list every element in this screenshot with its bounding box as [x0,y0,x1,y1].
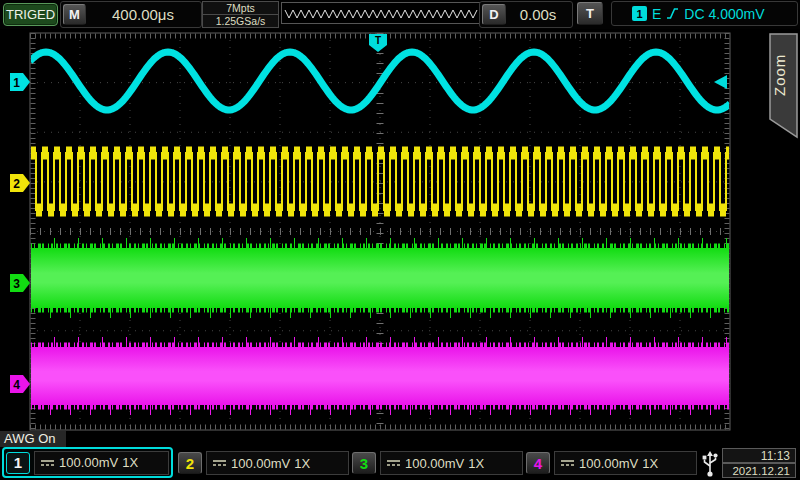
channel-4-settings[interactable]: 100.00mV1X [554,451,697,475]
channel-1-settings[interactable]: 100.00mV1X [34,451,169,475]
memory-depth: 7Mpts [202,1,279,15]
zoom-tab[interactable]: Zoom [771,42,797,108]
trigger-info[interactable]: 1 E DC 4.000mV [611,1,798,26]
dc-coupling-icon [560,458,575,468]
channel-3-marker-label: 3 [13,277,20,291]
delay-group: D 0.00s [479,1,573,28]
acquisition-info: 7Mpts 1.25GSa/s [202,1,279,28]
channel-3-badge[interactable]: 3 [352,452,376,474]
top-status-bar: TRIGED M 400.00μs 7Mpts 1.25GSa/s D 0.00… [0,0,800,29]
channel-3-probe: 1X [468,456,484,471]
dc-coupling-icon [212,458,227,468]
dc-coupling-icon [386,458,401,468]
channel-1-marker-label: 1 [13,76,20,90]
zigzag-waveform-icon [282,3,481,23]
dc-coupling-icon [40,458,55,468]
trigger-menu-button[interactable]: T [577,2,603,25]
trigger-status: TRIGED [3,3,58,26]
timebase-value: 400.00μs [87,2,199,27]
timebase-group: M 400.00μs [60,1,202,28]
channel-1-badge[interactable]: 1 [6,452,30,474]
sample-rate: 1.25GSa/s [202,14,279,28]
waveform-display: 1234T [0,0,800,480]
channel-3-settings[interactable]: 100.00mV1X [380,451,523,475]
rising-edge-icon [666,7,679,20]
timebase-button[interactable]: M [63,4,86,25]
waveform-preview-bar[interactable] [281,2,482,24]
channel-1-scale: 100.00mV [59,455,118,470]
channel-3-scale: 100.00mV [405,456,464,471]
trigger-position-marker-label: T [375,35,381,46]
awg-status: AWG On [0,431,66,447]
clock-date: 2021.12.21 [722,463,796,478]
channel-2-status[interactable]: 2100.00mV1X [178,449,349,477]
channel-2-scale: 100.00mV [231,456,290,471]
channel-4-badge[interactable]: 4 [526,452,550,474]
channel-2-probe: 1X [294,456,310,471]
trigger-source-badge: 1 [632,6,647,21]
channel-4-marker-label: 4 [13,378,20,392]
channel-1-probe: 1X [122,455,138,470]
trigger-level-arrow-icon[interactable] [714,75,727,89]
channel-3-status[interactable]: 3100.00mV1X [352,449,523,477]
delay-button[interactable]: D [482,4,506,25]
trigger-coupling-level: DC 4.000mV [684,6,764,22]
trigger-type-label: E [652,6,661,22]
oscilloscope-screen: 1234T TRIGED M 400.00μs 7Mpts 1.25GSa/s … [0,0,800,480]
delay-value: 0.00s [508,2,568,27]
channel-2-marker-label: 2 [13,177,20,191]
clock-time: 11:13 [722,448,796,463]
usb-icon [700,450,720,478]
channel-4-probe: 1X [642,456,658,471]
channel-2-settings[interactable]: 100.00mV1X [206,451,349,475]
channel-4-status[interactable]: 4100.00mV1X [526,449,697,477]
channel-1-status[interactable]: 1100.00mV1X [2,447,173,478]
channel-4-scale: 100.00mV [579,456,638,471]
channel-2-badge[interactable]: 2 [178,452,202,474]
